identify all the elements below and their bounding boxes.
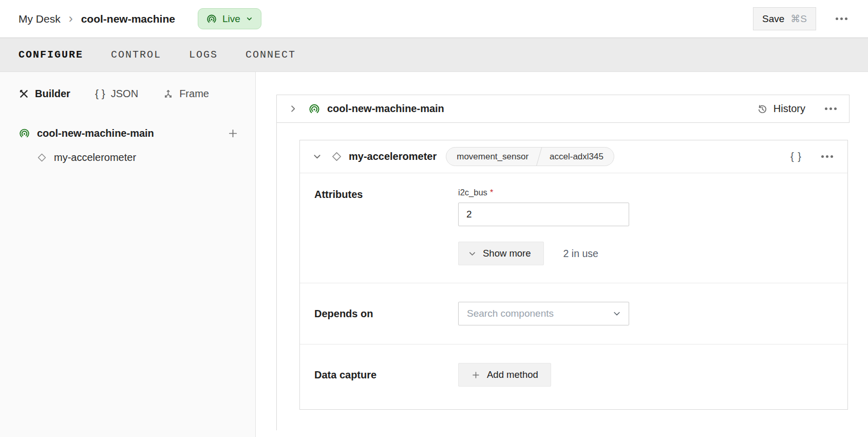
chevron-right-icon[interactable] (286, 102, 300, 116)
component-type-chips: movement_sensor accel-adxl345 (446, 147, 614, 166)
plus-icon (471, 370, 481, 380)
depends-on-select[interactable]: Search components (458, 302, 629, 325)
component-menu-button[interactable] (816, 150, 838, 163)
part-children-connector: my-accelerometer movement_sensor accel-a… (276, 123, 850, 430)
chevron-down-icon[interactable] (310, 150, 324, 163)
component-json-toggle[interactable]: { } (790, 151, 802, 162)
tab-logs[interactable]: LOGS (189, 46, 218, 64)
live-broadcast-icon (206, 13, 217, 25)
depends-on-label: Depends on (314, 308, 458, 320)
depends-on-row: Depends on Search components (300, 283, 847, 344)
tree-item-component[interactable]: my-accelerometer (18, 152, 240, 163)
data-capture-label: Data capture (314, 369, 458, 381)
mode-frame-label: Frame (179, 88, 209, 100)
live-broadcast-icon (18, 128, 30, 139)
chevron-down-icon (246, 15, 253, 23)
component-model-chip[interactable]: accel-adxl345 (539, 148, 614, 166)
machine-menu-button[interactable] (831, 12, 853, 25)
part-card-title: cool-new-machine-main (327, 103, 444, 115)
tab-connect[interactable]: CONNECT (246, 46, 296, 64)
mode-builder-label: Builder (35, 88, 70, 100)
mode-json-label: JSON (111, 88, 138, 100)
i2c-bus-field-label: i2c_bus (458, 188, 487, 197)
history-button[interactable]: History (757, 103, 805, 115)
component-name: my-accelerometer (349, 151, 437, 162)
tab-control[interactable]: CONTROL (111, 46, 161, 64)
component-type-chip[interactable]: movement_sensor (446, 148, 539, 166)
sidebar-mode-tabs: Builder { } JSON Frame (18, 87, 240, 100)
top-bar: My Desk › cool-new-machine Live Save ⌘S (0, 0, 868, 38)
breadcrumb-parent[interactable]: My Desk (18, 13, 61, 25)
tree-component-name: my-accelerometer (54, 152, 136, 163)
machine-part-tree: cool-new-machine-main my-accelerometer (18, 126, 240, 163)
breadcrumb-separator-icon: › (69, 11, 73, 26)
part-card-menu-button[interactable] (820, 102, 842, 115)
save-button[interactable]: Save ⌘S (753, 7, 816, 30)
tab-configure[interactable]: CONFIGURE (18, 46, 83, 64)
tree-item-machine-part[interactable]: cool-new-machine-main (18, 126, 240, 140)
show-more-label: Show more (483, 248, 531, 259)
machine-status-badge[interactable]: Live (198, 8, 261, 29)
chevron-down-icon (468, 249, 477, 258)
attributes-label: Attributes (314, 188, 458, 201)
component-diamond-icon (331, 151, 342, 162)
component-card-header: my-accelerometer movement_sensor accel-a… (300, 140, 847, 173)
chevron-down-icon (612, 309, 621, 318)
mode-json[interactable]: { } JSON (95, 87, 138, 100)
add-method-button[interactable]: Add method (458, 363, 551, 387)
i2c-bus-input[interactable] (458, 203, 629, 226)
add-component-button[interactable] (226, 126, 240, 140)
component-card: my-accelerometer movement_sensor accel-a… (299, 140, 848, 410)
tools-icon (18, 88, 29, 99)
show-more-button[interactable]: Show more (458, 242, 544, 265)
configure-main: cool-new-machine-main History (256, 72, 868, 437)
status-badge-label: Live (222, 13, 240, 25)
machine-tab-bar: CONFIGURE CONTROL LOGS CONNECT (0, 38, 868, 72)
mode-builder[interactable]: Builder (18, 88, 70, 100)
save-button-label: Save (762, 13, 784, 25)
mode-frame[interactable]: Frame (163, 88, 209, 100)
attributes-fields: i2c_bus* Show more 2 in use (458, 188, 629, 265)
machine-part-card: cool-new-machine-main History (276, 95, 850, 123)
braces-icon: { } (95, 87, 105, 100)
live-broadcast-icon (308, 103, 320, 115)
add-method-label: Add method (487, 369, 538, 380)
breadcrumb-current: cool-new-machine (81, 13, 175, 25)
tree-machine-part-name: cool-new-machine-main (37, 128, 154, 139)
required-marker: * (490, 188, 493, 197)
depends-on-placeholder: Search components (467, 308, 554, 319)
history-icon (757, 103, 768, 115)
breadcrumb: My Desk › cool-new-machine (18, 12, 175, 26)
data-capture-row: Data capture Add method (300, 344, 847, 409)
attributes-row: Attributes i2c_bus* Show more 2 in use (300, 173, 847, 283)
attributes-in-use-count: 2 in use (563, 248, 598, 260)
history-button-label: History (773, 103, 805, 115)
component-diamond-icon (37, 153, 47, 162)
save-shortcut-hint: ⌘S (790, 13, 807, 25)
frame-axes-icon (163, 88, 174, 99)
configure-sidebar: Builder { } JSON Frame (0, 72, 256, 437)
